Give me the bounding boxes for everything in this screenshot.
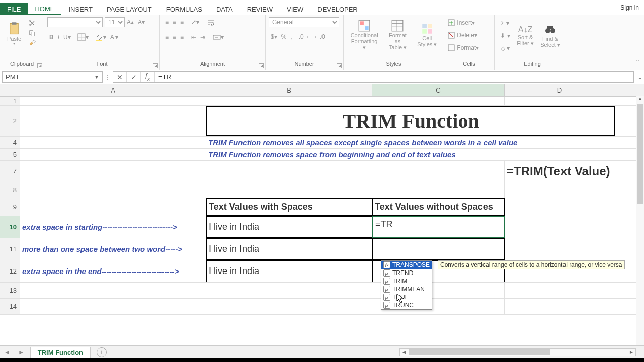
decrease-decimal-button[interactable]: ←.0	[312, 32, 327, 41]
tab-insert[interactable]: INSERT	[61, 3, 99, 15]
currency-button[interactable]: $ ▾	[269, 32, 279, 41]
tab-file[interactable]: FILE	[0, 3, 28, 15]
cell-b1[interactable]	[206, 97, 372, 105]
align-bottom-button[interactable]: ≡	[179, 18, 185, 27]
tab-page-layout[interactable]: PAGE LAYOUT	[100, 3, 159, 15]
align-right-button[interactable]: ≡	[179, 33, 185, 42]
insert-cells-button[interactable]: Insert ▾	[447, 19, 491, 27]
row-header-7[interactable]: 7	[0, 161, 20, 182]
number-format-select[interactable]: General	[269, 17, 339, 27]
formula-input[interactable]: =TR	[155, 71, 634, 83]
row-header-14[interactable]: 14	[0, 299, 20, 314]
cell-a5[interactable]	[20, 149, 206, 160]
align-top-button[interactable]: ≡	[164, 18, 170, 27]
cell-desc2[interactable]: TRIM Function removes space from beginni…	[206, 149, 615, 160]
underline-button[interactable]: U ▾	[62, 33, 72, 42]
decrease-indent-button[interactable]: ⇤	[190, 33, 198, 42]
cell-styles-button[interactable]: CellStyles ▾	[415, 17, 439, 52]
autocomplete-item-trimmean[interactable]: fxTRIMMEAN	[381, 285, 432, 293]
row-header-2[interactable]: 2	[0, 106, 20, 136]
row-header-1[interactable]: 1	[0, 97, 20, 105]
autocomplete-item-true[interactable]: fxTRUE	[381, 293, 432, 301]
clipboard-dialog-launcher[interactable]: ◢	[37, 63, 42, 68]
column-header-a[interactable]: A	[20, 84, 206, 96]
horizontal-scrollbar[interactable]: ◄ ►	[399, 348, 636, 356]
italic-button[interactable]: I	[56, 33, 61, 42]
merged-title-cell[interactable]: TRIM Function	[206, 106, 615, 136]
insert-function-button[interactable]: fx	[141, 72, 155, 82]
autocomplete-item-trim[interactable]: fxTRIM	[381, 277, 432, 285]
cell-d1[interactable]	[505, 97, 615, 105]
cell-b9-header[interactable]: Text Values with Spaces	[206, 198, 372, 216]
select-all-button[interactable]	[0, 84, 20, 96]
alignment-dialog-launcher[interactable]: ◢	[259, 63, 264, 68]
new-sheet-button[interactable]: +	[97, 347, 107, 357]
cell-b12[interactable]: I live in India	[206, 260, 372, 282]
cell-d10[interactable]	[505, 216, 615, 238]
enter-formula-button[interactable]: ✓	[127, 72, 141, 82]
cell-d8[interactable]	[505, 182, 615, 198]
increase-indent-button[interactable]: ⇥	[199, 33, 207, 42]
comma-button[interactable]: ,	[289, 32, 293, 41]
cell-b13[interactable]	[206, 283, 372, 298]
expand-formula-bar-button[interactable]: ⌄	[636, 70, 644, 84]
increase-font-button[interactable]: A▴	[125, 18, 135, 27]
row-header-8[interactable]: 8	[0, 182, 20, 198]
cell-a11[interactable]: more than one space between two word----…	[20, 238, 206, 260]
sort-filter-button[interactable]: A↓Z Sort &Filter ▾	[513, 17, 538, 54]
vertical-scrollbar[interactable]: ▲	[636, 96, 644, 345]
scroll-left-button[interactable]: ◄	[400, 349, 408, 355]
row-header-10[interactable]: 10	[0, 216, 20, 238]
cut-button[interactable]	[27, 18, 38, 28]
align-middle-button[interactable]: ≡	[171, 18, 178, 27]
cell-d13[interactable]	[505, 283, 615, 298]
cell-b14[interactable]	[206, 299, 372, 314]
sheet-tab-active[interactable]: TRIM Function	[30, 347, 91, 358]
cell-d11[interactable]	[505, 238, 615, 260]
fill-color-button[interactable]: ▾	[94, 32, 108, 42]
sign-in-link[interactable]: Sign in	[615, 3, 644, 15]
cell-b10[interactable]: I live in India	[206, 216, 372, 238]
orientation-button[interactable]: ⤢▾	[190, 18, 201, 27]
format-as-table-button[interactable]: Format asTable ▾	[383, 17, 412, 52]
column-header-b[interactable]: B	[206, 84, 372, 96]
row-header-4[interactable]: 4	[0, 137, 20, 148]
collapse-ribbon-button[interactable]: ˆ	[633, 58, 642, 68]
conditional-formatting-button[interactable]: ConditionalFormatting ▾	[348, 17, 380, 52]
cell-b11[interactable]: I live in India	[206, 238, 372, 260]
autosum-button[interactable]: Σ ▾	[498, 19, 512, 28]
autocomplete-item-trunc[interactable]: fxTRUNC	[381, 301, 432, 309]
name-box-dropdown-icon[interactable]: ▼	[94, 74, 99, 80]
row-header-9[interactable]: 9	[0, 198, 20, 216]
paste-button[interactable]: Paste ▼	[3, 17, 25, 49]
autocomplete-item-trend[interactable]: fxTREND	[381, 269, 432, 277]
cell-c8[interactable]	[372, 182, 505, 198]
cell-a14[interactable]	[20, 299, 206, 314]
autocomplete-item-transpose[interactable]: fxTRANSPOSE	[381, 261, 432, 269]
cell-a4[interactable]	[20, 137, 206, 148]
align-left-button[interactable]: ≡	[164, 33, 170, 42]
decrease-font-button[interactable]: A▾	[136, 18, 146, 27]
scroll-thumb[interactable]	[637, 104, 643, 204]
format-cells-button[interactable]: Format ▾	[447, 44, 491, 52]
delete-cells-button[interactable]: Delete ▾	[447, 31, 491, 39]
cell-d14[interactable]	[505, 299, 615, 314]
merge-center-button[interactable]: ▾	[211, 32, 225, 42]
cell-c9-header[interactable]: Text Values without Spaces	[372, 198, 505, 216]
cell-d9[interactable]	[505, 198, 615, 216]
row-header-11[interactable]: 11	[0, 238, 20, 260]
cancel-formula-button[interactable]: ✕	[113, 72, 127, 82]
tab-view[interactable]: VIEW	[280, 3, 310, 15]
fill-button[interactable]: ⬇ ▾	[498, 31, 512, 40]
cell-a8[interactable]	[20, 182, 206, 198]
cell-b8[interactable]	[206, 182, 372, 198]
copy-button[interactable]	[27, 28, 38, 38]
tab-review[interactable]: REVIEW	[240, 3, 280, 15]
format-painter-button[interactable]	[27, 38, 38, 48]
tab-home[interactable]: HOME	[28, 3, 61, 15]
row-header-13[interactable]: 13	[0, 283, 20, 298]
hscroll-thumb[interactable]	[409, 349, 550, 355]
name-box[interactable]: PMT ▼	[2, 71, 103, 83]
sheet-nav-prev[interactable]: ◄	[0, 349, 14, 356]
cell-a10[interactable]: extra space in starting-----------------…	[20, 216, 206, 238]
